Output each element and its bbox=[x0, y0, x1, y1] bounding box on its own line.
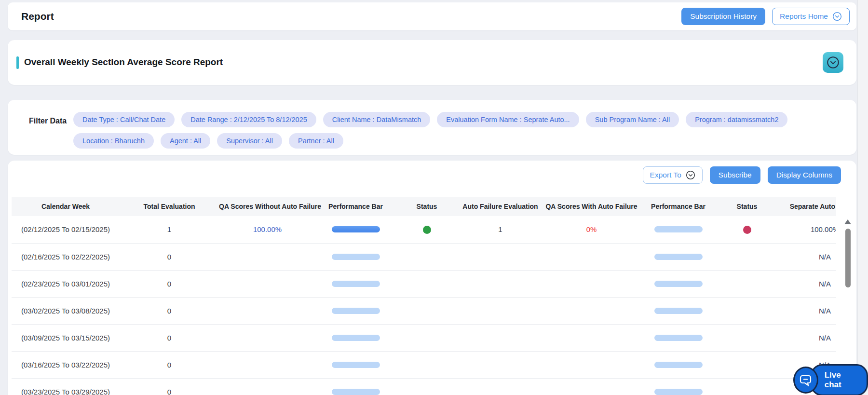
performance-bar bbox=[654, 254, 703, 260]
performance-bar bbox=[332, 281, 380, 287]
filter-card: Filter Data Date Type : Call/Chat DateDa… bbox=[8, 100, 856, 155]
auto-failure-evaluation-cell bbox=[458, 324, 542, 351]
performance-bar-with-cell bbox=[640, 216, 716, 243]
column-header: Auto Failure Evaluation bbox=[458, 197, 542, 216]
filter-chip[interactable]: Evaluation Form Name : Seprate Auto... bbox=[437, 112, 579, 127]
table-body: (02/12/2025 To 02/15/2025)1100.00%10%100… bbox=[12, 216, 836, 395]
total-evaluation-cell: 0 bbox=[120, 324, 219, 351]
reports-home-button[interactable]: Reports Home bbox=[772, 8, 850, 25]
column-header: Performance Bar bbox=[316, 197, 395, 216]
separate-auto-failure-cell: 100.00% bbox=[778, 216, 836, 243]
performance-bar bbox=[654, 308, 703, 314]
performance-bar-with-cell bbox=[640, 378, 716, 395]
filter-chip[interactable]: Supervisor : All bbox=[217, 133, 282, 149]
performance-bar-without-cell bbox=[316, 243, 395, 270]
status-with-cell bbox=[716, 351, 778, 378]
filter-chip-row: Location : BharuchhAgent : AllSupervisor… bbox=[73, 133, 837, 149]
scrollbar-thumb[interactable] bbox=[845, 229, 851, 287]
filter-chip[interactable]: Partner : All bbox=[289, 133, 343, 149]
qa-with-auto-failure-cell bbox=[542, 243, 640, 270]
report-table-viewport: Calendar WeekTotal EvaluationQA Scores W… bbox=[12, 197, 836, 395]
auto-failure-evaluation-cell: 1 bbox=[458, 216, 542, 243]
display-columns-button[interactable]: Display Columns bbox=[768, 166, 841, 184]
status-without-cell bbox=[395, 243, 458, 270]
filter-chip[interactable]: Client Name : DataMismatch bbox=[323, 112, 431, 127]
performance-bar-with-cell bbox=[640, 270, 716, 297]
filter-data-label: Filter Data bbox=[29, 117, 67, 125]
status-with-cell bbox=[716, 243, 778, 270]
performance-bar bbox=[332, 254, 380, 260]
table-row: (02/23/2025 To 03/01/2025)0N/A bbox=[12, 270, 836, 297]
auto-failure-evaluation-cell bbox=[458, 243, 542, 270]
calendar-week-cell: (02/12/2025 To 02/15/2025) bbox=[12, 216, 120, 243]
export-to-button[interactable]: Export To bbox=[643, 166, 703, 184]
qa-with-auto-failure-cell: 0% bbox=[542, 216, 640, 243]
performance-bar-without-cell bbox=[316, 270, 395, 297]
column-header: Separate Auto failurer bbox=[778, 197, 836, 216]
performance-bar-without-cell bbox=[316, 378, 395, 395]
report-section-title: Overall Weekly Section Average Score Rep… bbox=[24, 57, 223, 68]
performance-bar-with-cell bbox=[640, 243, 716, 270]
filter-chip[interactable]: Date Type : Call/Chat Date bbox=[73, 112, 175, 127]
performance-bar-with-cell bbox=[640, 297, 716, 324]
status-dot bbox=[423, 226, 431, 234]
scroll-up-arrow-icon[interactable] bbox=[844, 219, 851, 224]
performance-bar bbox=[654, 226, 703, 232]
subscribe-label: Subscribe bbox=[719, 171, 752, 179]
table-row: (03/16/2025 To 03/22/2025)0N/A bbox=[12, 351, 836, 378]
status-without-cell bbox=[395, 297, 458, 324]
auto-failure-evaluation-cell bbox=[458, 351, 542, 378]
auto-failure-evaluation-cell bbox=[458, 270, 542, 297]
qa-without-auto-failure-cell bbox=[219, 297, 316, 324]
filter-chip[interactable]: Location : Bharuchh bbox=[73, 133, 154, 149]
qa-without-auto-failure-cell bbox=[219, 243, 316, 270]
status-dot bbox=[743, 226, 751, 234]
section-collapse-button[interactable] bbox=[823, 52, 843, 73]
performance-bar bbox=[332, 335, 380, 341]
status-without-cell bbox=[395, 378, 458, 395]
status-with-cell bbox=[716, 270, 778, 297]
status-without-cell bbox=[395, 324, 458, 351]
performance-bar-with-cell bbox=[640, 351, 716, 378]
separate-auto-failure-cell: N/A bbox=[778, 297, 836, 324]
calendar-week-cell: (02/23/2025 To 03/01/2025) bbox=[12, 270, 120, 297]
auto-failure-evaluation-cell bbox=[458, 378, 542, 395]
performance-bar bbox=[332, 389, 380, 395]
table-toolbar: Export To Subscribe Display Columns bbox=[643, 166, 841, 184]
page-scroll-gutter[interactable] bbox=[857, 0, 868, 395]
live-chat-button[interactable]: Live chat bbox=[793, 364, 868, 395]
table-row: (03/02/2025 To 03/08/2025)0N/A bbox=[12, 297, 836, 324]
qa-without-auto-failure-cell: 100.00% bbox=[219, 216, 316, 243]
table-header-row: Calendar WeekTotal EvaluationQA Scores W… bbox=[12, 197, 836, 216]
total-evaluation-cell: 0 bbox=[120, 243, 219, 270]
filter-chip[interactable]: Sub Program Name : All bbox=[586, 112, 679, 127]
total-evaluation-cell: 0 bbox=[120, 297, 219, 324]
performance-bar bbox=[654, 389, 703, 395]
auto-failure-evaluation-cell bbox=[458, 297, 542, 324]
qa-without-auto-failure-cell bbox=[219, 378, 316, 395]
column-header: QA Scores Without Auto Failure bbox=[219, 197, 316, 216]
performance-bar-without-cell bbox=[316, 297, 395, 324]
qa-with-auto-failure-cell bbox=[542, 378, 640, 395]
export-to-label: Export To bbox=[650, 171, 681, 179]
performance-bar-without-cell bbox=[316, 216, 395, 243]
table-row: (02/12/2025 To 02/15/2025)1100.00%10%100… bbox=[12, 216, 836, 243]
status-with-cell bbox=[716, 297, 778, 324]
performance-bar bbox=[654, 362, 703, 368]
subscription-history-label: Subscription History bbox=[690, 12, 757, 21]
qa-with-auto-failure-cell bbox=[542, 297, 640, 324]
subscription-history-button[interactable]: Subscription History bbox=[681, 8, 765, 25]
separate-auto-failure-cell: N/A bbox=[778, 270, 836, 297]
filter-chip[interactable]: Program : datamissmatch2 bbox=[686, 112, 787, 127]
filter-chip[interactable]: Date Range : 2/12/2025 To 8/12/2025 bbox=[181, 112, 316, 127]
table-row: (02/16/2025 To 02/22/2025)0N/A bbox=[12, 243, 836, 270]
calendar-week-cell: (03/16/2025 To 03/22/2025) bbox=[12, 351, 120, 378]
status-without-cell bbox=[395, 270, 458, 297]
subscribe-button[interactable]: Subscribe bbox=[710, 166, 760, 184]
qa-without-auto-failure-cell bbox=[219, 324, 316, 351]
filter-chip-row: Date Type : Call/Chat DateDate Range : 2… bbox=[73, 112, 837, 127]
chevron-down-circle-icon bbox=[832, 12, 842, 21]
status-with-cell bbox=[716, 216, 778, 243]
filter-chip[interactable]: Agent : All bbox=[161, 133, 210, 149]
chevron-down-circle-icon bbox=[827, 56, 840, 69]
